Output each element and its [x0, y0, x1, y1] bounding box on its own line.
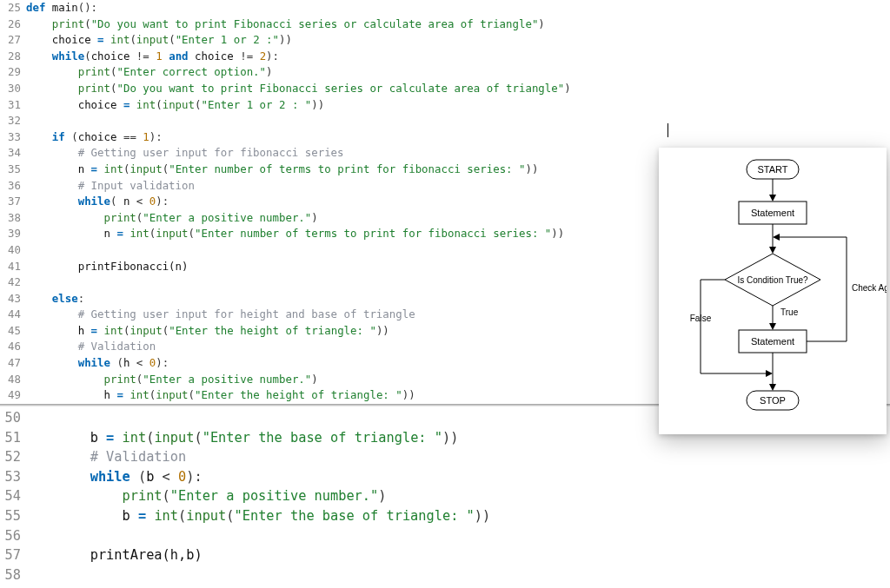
line-number: 47 — [0, 355, 21, 372]
line-number: 44 — [0, 307, 21, 323]
line-number: 52 — [0, 447, 21, 467]
code-line[interactable]: printArea(h,b) — [26, 545, 890, 565]
line-number: 34 — [0, 145, 21, 162]
flowchart-start-label: START — [757, 164, 787, 175]
line-number: 43 — [0, 291, 21, 307]
line-number: 35 — [0, 162, 21, 178]
code-line[interactable]: print("Do you want to print Fibonacci se… — [26, 17, 890, 33]
flowchart-statement1-label: Statement — [751, 208, 794, 218]
line-number: 55 — [0, 506, 21, 526]
line-gutter-bottom: 5051525354555657585960 — [0, 408, 26, 588]
line-number: 38 — [0, 210, 21, 227]
line-number: 45 — [0, 323, 21, 340]
code-line[interactable]: print("Enter a positive number.") — [26, 486, 890, 506]
line-number: 51 — [0, 428, 21, 448]
line-gutter-top: 2526272829303132333435363738394041424344… — [0, 0, 26, 404]
flowchart-image: START Statement Is Condition True? True … — [659, 148, 887, 434]
line-number: 30 — [0, 81, 21, 97]
code-area-bottom[interactable]: b = int(input("Enter the base of triangl… — [26, 408, 890, 588]
line-number: 48 — [0, 372, 21, 388]
line-number: 57 — [0, 545, 21, 565]
line-number: 31 — [0, 97, 21, 114]
code-line[interactable]: while (b < 0): — [26, 467, 890, 487]
code-line[interactable] — [26, 113, 890, 129]
svg-marker-13 — [766, 370, 773, 377]
line-number: 46 — [0, 339, 21, 355]
code-line[interactable]: choice = int(input("Enter 1 or 2 :")) — [26, 32, 890, 49]
line-number: 58 — [0, 565, 21, 585]
line-number: 50 — [0, 408, 21, 428]
flowchart-true-label: True — [780, 307, 799, 317]
svg-marker-1 — [769, 195, 776, 202]
svg-marker-5 — [769, 323, 776, 330]
line-number: 26 — [0, 17, 21, 33]
line-number: 41 — [0, 259, 21, 275]
flowchart-condition-label: Is Condition True? — [737, 275, 808, 285]
line-number: 25 — [0, 0, 21, 17]
code-line[interactable] — [26, 526, 890, 546]
code-line[interactable]: def main(): — [26, 0, 890, 17]
svg-marker-3 — [769, 247, 776, 254]
flowchart-stop-label: STOP — [760, 395, 786, 406]
code-line[interactable] — [26, 565, 890, 585]
svg-marker-9 — [773, 234, 780, 241]
line-number: 36 — [0, 178, 21, 195]
line-number: 42 — [0, 274, 21, 291]
line-number: 53 — [0, 467, 21, 487]
line-number: 28 — [0, 49, 21, 65]
line-number: 37 — [0, 194, 21, 210]
line-number: 29 — [0, 64, 21, 81]
code-line[interactable]: print("Enter correct option.") — [26, 64, 890, 81]
code-line[interactable]: print("Do you want to print Fibonacci se… — [26, 81, 890, 97]
code-line[interactable]: while(choice != 1 and choice != 2): — [26, 49, 890, 65]
code-line[interactable]: b = int(input("Enter the base of triangl… — [26, 506, 890, 526]
text-cursor — [668, 123, 668, 137]
code-line[interactable]: choice = int(input("Enter 1 or 2 : ")) — [26, 97, 890, 114]
line-number: 56 — [0, 526, 21, 546]
code-line[interactable]: # Validation — [26, 447, 890, 467]
line-number: 59 — [0, 585, 21, 588]
line-number: 27 — [0, 32, 21, 49]
svg-marker-15 — [769, 384, 776, 391]
flowchart-check-again-label: Check Again — [852, 283, 887, 293]
line-number: 33 — [0, 129, 21, 146]
flowchart-statement2-label: Statement — [751, 336, 794, 347]
line-number: 39 — [0, 226, 21, 242]
line-number: 49 — [0, 387, 21, 404]
line-number: 54 — [0, 486, 21, 506]
line-number: 32 — [0, 113, 21, 129]
code-line[interactable]: # Calling main() function — [26, 585, 890, 588]
code-line[interactable]: if (choice == 1): — [26, 129, 890, 146]
line-number: 40 — [0, 242, 21, 259]
